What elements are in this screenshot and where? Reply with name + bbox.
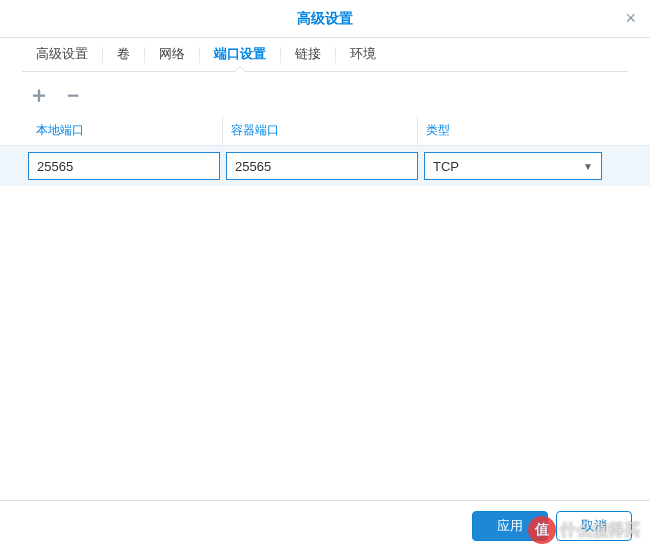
- dialog-footer: 应用 取消: [0, 500, 650, 550]
- tab-advanced[interactable]: 高级设置: [22, 37, 102, 71]
- cancel-button[interactable]: 取消: [556, 511, 632, 541]
- remove-icon[interactable]: －: [62, 84, 84, 106]
- tab-links[interactable]: 链接: [281, 37, 335, 71]
- tab-port-settings[interactable]: 端口设置: [200, 37, 280, 71]
- row-toolbar: ＋ －: [0, 72, 650, 116]
- container-port-input[interactable]: [226, 152, 418, 180]
- col-type: 类型: [418, 116, 598, 145]
- type-select[interactable]: TCP ▼: [424, 152, 602, 180]
- table-header: 本地端口 容器端口 类型: [0, 116, 650, 146]
- tab-environment[interactable]: 环境: [336, 37, 390, 71]
- ok-button[interactable]: 应用: [472, 511, 548, 541]
- type-select-value: TCP: [433, 159, 459, 174]
- local-port-input[interactable]: [28, 152, 220, 180]
- tab-volume[interactable]: 卷: [103, 37, 144, 71]
- dialog-title: 高级设置: [297, 10, 353, 28]
- col-local-port: 本地端口: [28, 116, 223, 145]
- add-icon[interactable]: ＋: [28, 84, 50, 106]
- table-row: TCP ▼: [0, 146, 650, 186]
- dialog-header: 高级设置 ×: [0, 0, 650, 38]
- col-container-port: 容器端口: [223, 116, 418, 145]
- close-icon[interactable]: ×: [625, 8, 636, 29]
- tab-bar: 高级设置 卷 网络 端口设置 链接 环境: [22, 38, 628, 72]
- tab-network[interactable]: 网络: [145, 37, 199, 71]
- chevron-down-icon: ▼: [583, 161, 593, 172]
